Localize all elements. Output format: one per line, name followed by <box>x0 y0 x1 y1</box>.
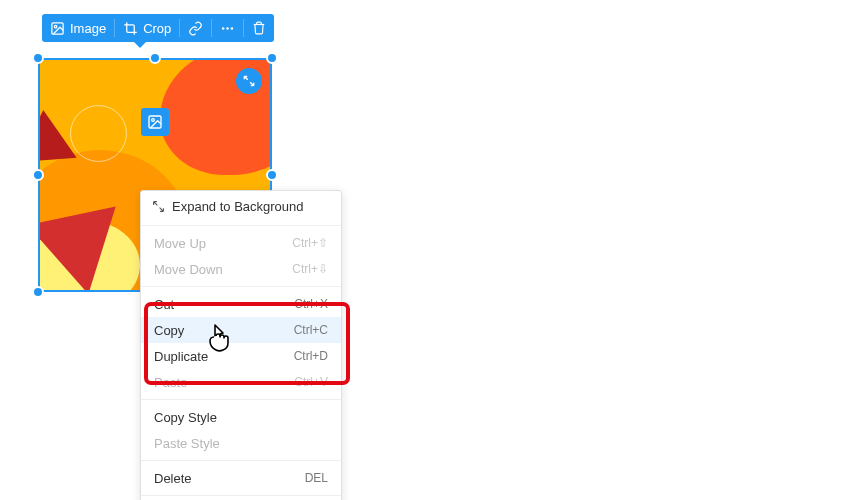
svg-point-3 <box>227 27 230 30</box>
menu-item-move-up[interactable]: Move Up Ctrl+⇧ <box>141 230 341 256</box>
menu-item-duplicate[interactable]: Duplicate Ctrl+D <box>141 343 341 369</box>
menu-item-move-down[interactable]: Move Down Ctrl+⇩ <box>141 256 341 282</box>
replace-image-button[interactable] <box>141 108 169 136</box>
image-toolbar: Image Crop <box>42 14 274 42</box>
more-button[interactable] <box>212 14 243 42</box>
menu-shortcut: Ctrl+X <box>294 297 328 311</box>
link-icon <box>188 21 203 36</box>
resize-handle-r[interactable] <box>266 169 278 181</box>
svg-point-4 <box>231 27 234 30</box>
resize-handle-bl[interactable] <box>32 286 44 298</box>
svg-point-6 <box>152 119 155 122</box>
menu-label: Copy Style <box>154 410 217 425</box>
menu-item-paste-style[interactable]: Paste Style <box>141 430 341 456</box>
menu-label: Copy <box>154 323 184 338</box>
resize-handle-tl[interactable] <box>32 52 44 64</box>
toolbar-pointer <box>134 42 146 48</box>
svg-point-2 <box>222 27 225 30</box>
menu-separator <box>141 399 341 400</box>
menu-label: Paste <box>154 375 187 390</box>
menu-separator <box>141 225 341 226</box>
expand-image-button[interactable] <box>236 68 262 94</box>
menu-label: Duplicate <box>154 349 208 364</box>
crop-label: Crop <box>143 21 171 36</box>
resize-handle-t[interactable] <box>149 52 161 64</box>
trash-icon <box>252 21 266 35</box>
menu-item-paste[interactable]: Paste Ctrl+V <box>141 369 341 395</box>
menu-label: Expand to Background <box>172 199 304 214</box>
menu-label: Paste Style <box>154 436 220 451</box>
context-menu: Expand to Background Move Up Ctrl+⇧ Move… <box>140 190 342 500</box>
crop-button[interactable]: Crop <box>115 14 179 42</box>
menu-item-copy[interactable]: Copy Ctrl+C <box>141 317 341 343</box>
crop-icon <box>123 21 138 36</box>
menu-shortcut: Ctrl+⇩ <box>292 262 328 276</box>
image-type-label: Image <box>70 21 106 36</box>
menu-item-copy-style[interactable]: Copy Style <box>141 404 341 430</box>
svg-point-1 <box>54 25 57 28</box>
menu-separator <box>141 286 341 287</box>
menu-shortcut: Ctrl+⇧ <box>292 236 328 250</box>
resize-handle-l[interactable] <box>32 169 44 181</box>
menu-shortcut: Ctrl+V <box>294 375 328 389</box>
image-type-button[interactable]: Image <box>42 14 114 42</box>
menu-separator <box>141 460 341 461</box>
image-icon <box>50 21 65 36</box>
menu-label: Delete <box>154 471 192 486</box>
menu-shortcut: DEL <box>305 471 328 485</box>
menu-separator <box>141 495 341 496</box>
menu-item-cut[interactable]: Cut Ctrl+X <box>141 291 341 317</box>
menu-shortcut: Ctrl+C <box>294 323 328 337</box>
more-icon <box>220 21 235 36</box>
menu-shortcut: Ctrl+D <box>294 349 328 363</box>
menu-label: Cut <box>154 297 174 312</box>
menu-item-expand-bg[interactable]: Expand to Background <box>141 191 341 221</box>
menu-label: Move Down <box>154 262 223 277</box>
expand-icon <box>152 200 165 213</box>
menu-label: Move Up <box>154 236 206 251</box>
resize-handle-tr[interactable] <box>266 52 278 64</box>
link-button[interactable] <box>180 14 211 42</box>
menu-item-delete[interactable]: Delete DEL <box>141 465 341 491</box>
delete-button[interactable] <box>244 14 274 42</box>
